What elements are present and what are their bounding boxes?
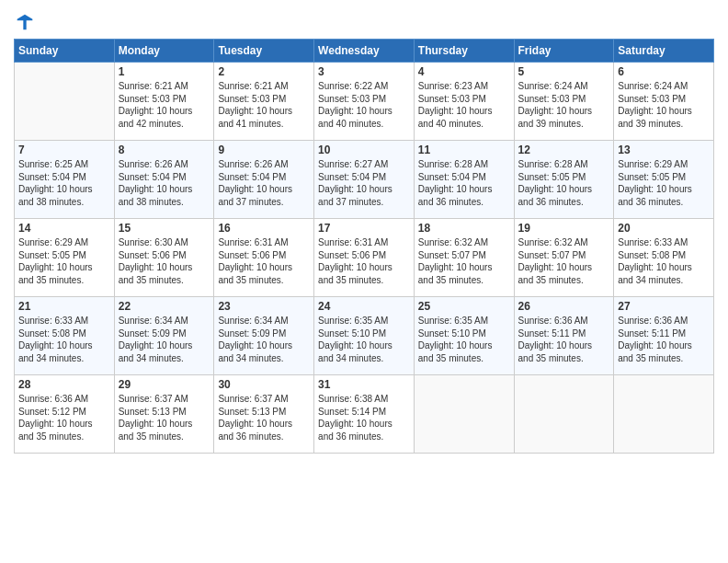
day-info: Sunrise: 6:22 AM Sunset: 5:03 PM Dayligh… <box>318 80 410 130</box>
calendar-cell: 6Sunrise: 6:24 AM Sunset: 5:03 PM Daylig… <box>614 63 714 141</box>
day-number: 14 <box>18 222 110 235</box>
day-info: Sunrise: 6:25 AM Sunset: 5:04 PM Dayligh… <box>18 158 110 208</box>
calendar-week-row: 7Sunrise: 6:25 AM Sunset: 5:04 PM Daylig… <box>15 141 714 219</box>
calendar-cell: 24Sunrise: 6:35 AM Sunset: 5:10 PM Dayli… <box>314 297 415 375</box>
calendar-cell: 15Sunrise: 6:30 AM Sunset: 5:06 PM Dayli… <box>114 219 214 297</box>
calendar-cell: 25Sunrise: 6:35 AM Sunset: 5:10 PM Dayli… <box>414 297 514 375</box>
header <box>14 9 714 31</box>
logo <box>14 13 34 31</box>
calendar-cell: 7Sunrise: 6:25 AM Sunset: 5:04 PM Daylig… <box>15 141 115 219</box>
weekday-header: Wednesday <box>314 40 415 63</box>
day-number: 2 <box>218 65 310 78</box>
day-number: 31 <box>318 378 410 391</box>
calendar-cell: 4Sunrise: 6:23 AM Sunset: 5:03 PM Daylig… <box>414 63 514 141</box>
weekday-header: Saturday <box>614 40 714 63</box>
header-row: SundayMondayTuesdayWednesdayThursdayFrid… <box>15 40 714 63</box>
day-info: Sunrise: 6:32 AM Sunset: 5:07 PM Dayligh… <box>518 236 610 286</box>
calendar-cell <box>15 63 115 141</box>
day-number: 22 <box>119 300 210 313</box>
day-info: Sunrise: 6:21 AM Sunset: 5:03 PM Dayligh… <box>218 80 310 130</box>
calendar-cell: 17Sunrise: 6:31 AM Sunset: 5:06 PM Dayli… <box>314 219 415 297</box>
day-number: 11 <box>418 144 510 156</box>
calendar-cell: 1Sunrise: 6:21 AM Sunset: 5:03 PM Daylig… <box>114 63 214 141</box>
day-number: 16 <box>218 222 310 235</box>
day-number: 12 <box>518 144 610 156</box>
day-number: 17 <box>318 222 410 235</box>
day-number: 7 <box>18 144 110 156</box>
weekday-header: Tuesday <box>214 40 314 63</box>
page-container: SundayMondayTuesdayWednesdayThursdayFrid… <box>0 0 728 463</box>
calendar-cell: 13Sunrise: 6:29 AM Sunset: 5:05 PM Dayli… <box>614 141 714 219</box>
logo-icon <box>16 13 34 31</box>
day-number: 1 <box>119 65 210 78</box>
day-info: Sunrise: 6:34 AM Sunset: 5:09 PM Dayligh… <box>119 315 210 364</box>
day-info: Sunrise: 6:26 AM Sunset: 5:04 PM Dayligh… <box>119 158 210 208</box>
calendar-cell: 19Sunrise: 6:32 AM Sunset: 5:07 PM Dayli… <box>514 219 614 297</box>
day-info: Sunrise: 6:24 AM Sunset: 5:03 PM Dayligh… <box>618 80 710 130</box>
day-info: Sunrise: 6:36 AM Sunset: 5:12 PM Dayligh… <box>18 393 110 442</box>
day-number: 23 <box>218 300 310 313</box>
day-number: 3 <box>318 65 410 78</box>
calendar-cell: 21Sunrise: 6:33 AM Sunset: 5:08 PM Dayli… <box>15 297 115 375</box>
day-number: 20 <box>618 222 710 235</box>
calendar-cell <box>514 375 614 454</box>
weekday-header: Sunday <box>15 40 115 63</box>
day-number: 21 <box>18 300 110 313</box>
day-number: 5 <box>518 65 610 78</box>
day-info: Sunrise: 6:36 AM Sunset: 5:11 PM Dayligh… <box>618 315 710 364</box>
calendar-cell: 18Sunrise: 6:32 AM Sunset: 5:07 PM Dayli… <box>414 219 514 297</box>
day-info: Sunrise: 6:35 AM Sunset: 5:10 PM Dayligh… <box>418 315 510 364</box>
calendar-cell: 20Sunrise: 6:33 AM Sunset: 5:08 PM Dayli… <box>614 219 714 297</box>
calendar-table: SundayMondayTuesdayWednesdayThursdayFrid… <box>14 39 714 454</box>
calendar-cell: 9Sunrise: 6:26 AM Sunset: 5:04 PM Daylig… <box>214 141 314 219</box>
day-info: Sunrise: 6:29 AM Sunset: 5:05 PM Dayligh… <box>18 236 110 286</box>
calendar-cell: 22Sunrise: 6:34 AM Sunset: 5:09 PM Dayli… <box>114 297 214 375</box>
day-number: 18 <box>418 222 510 235</box>
calendar-cell: 8Sunrise: 6:26 AM Sunset: 5:04 PM Daylig… <box>114 141 214 219</box>
day-number: 19 <box>518 222 610 235</box>
calendar-cell: 16Sunrise: 6:31 AM Sunset: 5:06 PM Dayli… <box>214 219 314 297</box>
day-number: 8 <box>119 144 210 156</box>
day-number: 30 <box>218 378 310 391</box>
day-number: 6 <box>618 65 710 78</box>
day-info: Sunrise: 6:29 AM Sunset: 5:05 PM Dayligh… <box>618 158 710 208</box>
day-number: 10 <box>318 144 410 156</box>
calendar-cell: 2Sunrise: 6:21 AM Sunset: 5:03 PM Daylig… <box>214 63 314 141</box>
calendar-cell: 10Sunrise: 6:27 AM Sunset: 5:04 PM Dayli… <box>314 141 415 219</box>
day-info: Sunrise: 6:24 AM Sunset: 5:03 PM Dayligh… <box>518 80 610 130</box>
weekday-header: Thursday <box>414 40 514 63</box>
calendar-cell: 5Sunrise: 6:24 AM Sunset: 5:03 PM Daylig… <box>514 63 614 141</box>
calendar-cell: 23Sunrise: 6:34 AM Sunset: 5:09 PM Dayli… <box>214 297 314 375</box>
day-info: Sunrise: 6:38 AM Sunset: 5:14 PM Dayligh… <box>318 393 410 442</box>
calendar-cell: 31Sunrise: 6:38 AM Sunset: 5:14 PM Dayli… <box>314 375 415 454</box>
calendar-week-row: 1Sunrise: 6:21 AM Sunset: 5:03 PM Daylig… <box>15 63 714 141</box>
day-number: 15 <box>119 222 210 235</box>
day-info: Sunrise: 6:27 AM Sunset: 5:04 PM Dayligh… <box>318 158 410 208</box>
calendar-cell: 30Sunrise: 6:37 AM Sunset: 5:13 PM Dayli… <box>214 375 314 454</box>
calendar-cell: 26Sunrise: 6:36 AM Sunset: 5:11 PM Dayli… <box>514 297 614 375</box>
day-info: Sunrise: 6:33 AM Sunset: 5:08 PM Dayligh… <box>618 236 710 286</box>
day-info: Sunrise: 6:28 AM Sunset: 5:04 PM Dayligh… <box>418 158 510 208</box>
day-info: Sunrise: 6:32 AM Sunset: 5:07 PM Dayligh… <box>418 236 510 286</box>
calendar-cell: 11Sunrise: 6:28 AM Sunset: 5:04 PM Dayli… <box>414 141 514 219</box>
day-info: Sunrise: 6:26 AM Sunset: 5:04 PM Dayligh… <box>218 158 310 208</box>
calendar-week-row: 28Sunrise: 6:36 AM Sunset: 5:12 PM Dayli… <box>15 375 714 454</box>
day-info: Sunrise: 6:28 AM Sunset: 5:05 PM Dayligh… <box>518 158 610 208</box>
calendar-cell: 29Sunrise: 6:37 AM Sunset: 5:13 PM Dayli… <box>114 375 214 454</box>
calendar-week-row: 21Sunrise: 6:33 AM Sunset: 5:08 PM Dayli… <box>15 297 714 375</box>
day-number: 29 <box>119 378 210 391</box>
day-info: Sunrise: 6:35 AM Sunset: 5:10 PM Dayligh… <box>318 315 410 364</box>
day-number: 25 <box>418 300 510 313</box>
day-info: Sunrise: 6:34 AM Sunset: 5:09 PM Dayligh… <box>218 315 310 364</box>
day-number: 24 <box>318 300 410 313</box>
day-number: 28 <box>18 378 110 391</box>
day-number: 9 <box>218 144 310 156</box>
calendar-week-row: 14Sunrise: 6:29 AM Sunset: 5:05 PM Dayli… <box>15 219 714 297</box>
calendar-cell <box>414 375 514 454</box>
calendar-cell: 28Sunrise: 6:36 AM Sunset: 5:12 PM Dayli… <box>15 375 115 454</box>
day-info: Sunrise: 6:31 AM Sunset: 5:06 PM Dayligh… <box>218 236 310 286</box>
day-number: 26 <box>518 300 610 313</box>
calendar-cell: 3Sunrise: 6:22 AM Sunset: 5:03 PM Daylig… <box>314 63 415 141</box>
day-info: Sunrise: 6:30 AM Sunset: 5:06 PM Dayligh… <box>119 236 210 286</box>
day-info: Sunrise: 6:36 AM Sunset: 5:11 PM Dayligh… <box>518 315 610 364</box>
